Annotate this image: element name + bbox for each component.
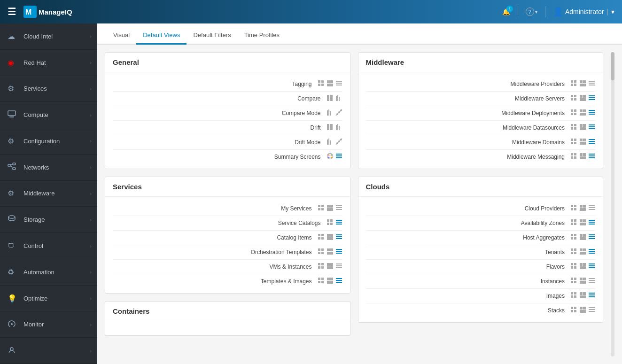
palette-icon[interactable] [327,153,334,161]
grid4-ms-icon[interactable] [318,204,325,213]
grid4-i-icon[interactable] [570,277,577,286]
grid2-i-icon[interactable] [579,277,586,286]
list-ms-icon[interactable] [335,204,342,213]
scatter2-icon[interactable] [335,138,342,147]
catalog-items-icons [318,233,342,242]
sidebar-item-compute[interactable]: Compute › [0,102,97,128]
svg-rect-57 [318,208,320,210]
list-t-icon[interactable] [588,248,595,256]
grid2-t-icon[interactable] [579,248,586,256]
sidebar-item-red-hat[interactable]: ◉ Red Hat › [0,50,97,76]
list-ti-icon[interactable] [335,277,342,286]
grid4-cp-icon[interactable] [570,204,577,213]
grid4-icon[interactable] [318,80,325,88]
grid2-mp-icon[interactable] [579,80,586,88]
grid4-t-icon[interactable] [570,248,577,256]
user-menu[interactable]: 👤 Administrator | ▾ [553,7,614,17]
bar3-icon[interactable] [335,124,342,132]
list-mp-icon[interactable] [588,80,595,88]
svg-rect-74 [318,237,320,240]
tab-visual[interactable]: Visual [107,27,136,45]
sidebar-item-extra[interactable]: › [0,338,97,364]
list-i-icon[interactable] [588,277,595,286]
hamburger-icon[interactable]: ☰ [8,6,16,17]
grid4-mm-icon[interactable] [570,153,577,161]
grid2-vi-icon[interactable] [327,263,334,271]
scrollbar[interactable] [611,52,614,356]
grid4-az-icon[interactable] [570,219,577,227]
sidebar-item-configuration[interactable]: ⚙ Configuration › [0,128,97,155]
sidebar-item-automation[interactable]: ♻ Automation › [0,259,97,286]
grid2-md-icon[interactable] [579,109,586,117]
sidebar-item-optimize[interactable]: 💡 Optimize › [0,286,97,312]
grid2-az-icon[interactable] [579,219,586,227]
svg-rect-230 [589,280,595,281]
grid4-mds-icon[interactable] [570,124,577,132]
grid4-ot-icon[interactable] [318,248,325,256]
grid4-vi-icon[interactable] [318,263,325,271]
grid2-ti-icon[interactable] [327,277,334,286]
list-mds-icon[interactable] [588,124,595,132]
sidebar-item-networks[interactable]: Networks › [0,155,97,181]
help-button[interactable]: ? ▾ [526,8,537,16]
grid2-mm-icon[interactable] [579,153,586,161]
col2b-icon[interactable] [327,124,334,132]
grid2-ci-icon[interactable] [327,233,334,242]
list-cp-icon[interactable] [588,204,595,213]
sidebar-item-services[interactable]: ⚙ Services › [0,76,97,102]
grid2-mdom-icon[interactable] [579,138,586,147]
list-sc-icon[interactable] [335,219,342,227]
list-s-icon[interactable] [588,306,595,315]
bar2-icon[interactable] [327,109,334,117]
list-ms2-icon[interactable] [588,94,595,103]
scatter-icon[interactable] [335,109,342,117]
list-ci-icon[interactable] [335,233,342,242]
grid4-sc-icon[interactable] [327,219,334,227]
tab-default-views[interactable]: Default Views [136,27,187,45]
grid2-ha-icon[interactable] [579,233,586,242]
grid4-md-icon[interactable] [570,109,577,117]
tab-time-profiles[interactable]: Time Profiles [238,27,286,45]
grid2-mds-icon[interactable] [579,124,586,132]
col2-icon[interactable] [327,94,334,103]
grid2-f-icon[interactable] [579,263,586,271]
sidebar-item-monitor[interactable]: Monitor › [0,311,97,338]
sidebar-item-middleware[interactable]: ⚙ Middleware › [0,181,97,207]
grid4-ms2-icon[interactable] [570,94,577,103]
list-md-icon[interactable] [588,109,595,117]
sidebar-item-storage[interactable]: Storage › [0,207,97,233]
grid4-ci-icon[interactable] [318,233,325,242]
list-ha-icon[interactable] [588,233,595,242]
list-ot-icon[interactable] [335,248,342,256]
svg-rect-119 [589,81,595,82]
grid2-cp-icon[interactable] [579,204,586,213]
bar-icon[interactable] [335,94,342,103]
grid2-ot-icon[interactable] [327,248,334,256]
grid4-f-icon[interactable] [570,263,577,271]
sidebar-item-control[interactable]: 🛡 Control › [0,233,97,259]
tab-default-filters[interactable]: Default Filters [187,27,237,45]
list-icon[interactable] [335,80,342,88]
grid4-mp-icon[interactable] [570,80,577,88]
grid4-ha-icon[interactable] [570,233,577,242]
grid4-mdom-icon[interactable] [570,138,577,147]
grid4-s-icon[interactable] [570,306,577,315]
list-f-icon[interactable] [588,263,595,271]
list-vi-icon[interactable] [335,263,342,271]
list-active-icon[interactable] [335,153,342,161]
sidebar-item-cloud-intel[interactable]: ☁ Cloud Intel › [0,23,97,50]
bar4-icon[interactable] [327,138,334,147]
notifications-button[interactable]: 🔔 1 [502,8,510,15]
list-mdom-icon[interactable] [588,138,595,147]
list-az-icon[interactable] [588,219,595,227]
grid2-s-icon[interactable] [579,306,586,315]
grid2-img-icon[interactable] [579,292,586,300]
list-img-icon[interactable] [588,292,595,300]
grid2-ms-icon[interactable] [327,204,334,213]
grid2-ms2-icon[interactable] [579,94,586,103]
list-mm-icon[interactable] [588,153,595,161]
grid2-icon[interactable] [327,80,334,88]
svg-rect-175 [574,208,576,210]
grid4-img-icon[interactable] [570,292,577,300]
grid4-ti-icon[interactable] [318,277,325,286]
